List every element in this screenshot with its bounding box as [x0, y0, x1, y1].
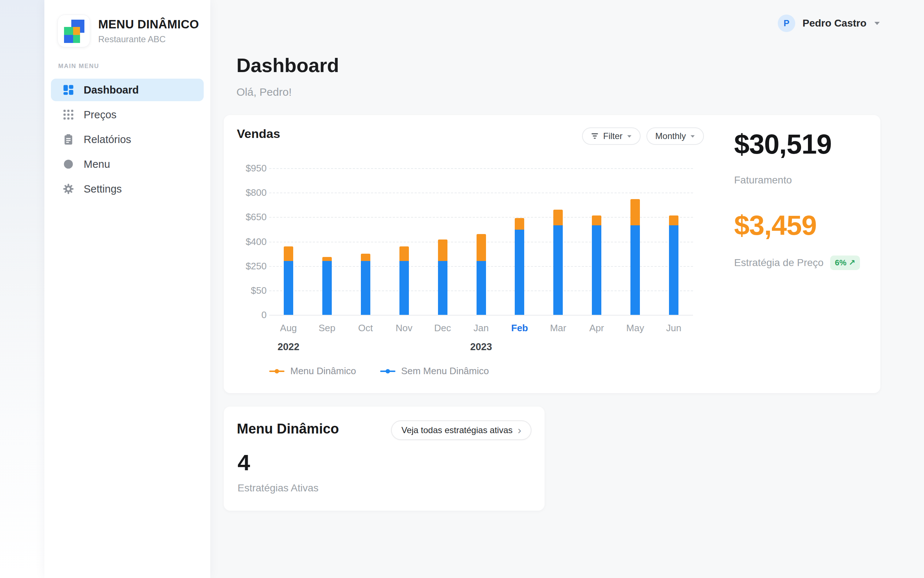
logo-block-orange	[73, 27, 80, 35]
legend-label: Sem Menu Dinâmico	[401, 365, 489, 377]
filter-button-label: Filter	[603, 131, 622, 141]
chart-plot-area	[269, 168, 693, 315]
y-tick-label: $50	[224, 285, 267, 296]
x-label-sep[interactable]: Sep	[308, 323, 346, 334]
page-background-gradient	[0, 0, 44, 578]
x-label-jun[interactable]: Jun	[654, 323, 693, 334]
bar-segment-sem-menu-dinamico	[669, 225, 678, 315]
growth-badge: 6% ↗	[830, 255, 860, 270]
legend-item-menu-dinamico: Menu Dinâmico	[269, 365, 356, 377]
faturamento-label: Faturamento	[734, 174, 872, 186]
bar-segment-menu-dinamico	[669, 216, 678, 225]
x-label-dec[interactable]: Dec	[424, 323, 462, 334]
chevron-right-icon: ›	[518, 425, 521, 436]
brand-subtitle: Restaurante ABC	[98, 34, 199, 44]
menu-card-title: Menu Dinâmico	[237, 421, 339, 437]
bar-segment-sem-menu-dinamico	[553, 225, 563, 315]
year-label-2022: 2022	[269, 341, 308, 353]
chart-legend: Menu DinâmicoSem Menu Dinâmico	[269, 365, 489, 377]
y-tick-label: $250	[224, 261, 267, 272]
stats-panel: $30,519 Faturamento $3,459 Estratégia de…	[734, 128, 872, 270]
bar-segment-menu-dinamico	[477, 234, 486, 261]
brand: MENU DINÂMICO Restaurante ABC	[57, 15, 199, 47]
x-label-jan[interactable]: Jan	[462, 323, 500, 334]
x-label-mar[interactable]: Mar	[539, 323, 577, 334]
gridline	[269, 193, 693, 193]
sidebar-item-label: Preços	[84, 109, 117, 121]
user-name: Pedro Castro	[803, 18, 867, 29]
x-label-aug[interactable]: Aug	[269, 323, 308, 334]
gridline	[269, 168, 693, 169]
faturamento-value: $30,519	[734, 128, 872, 160]
bar-segment-sem-menu-dinamico	[284, 261, 293, 315]
chart-baseline	[269, 315, 693, 316]
page-title: Dashboard	[236, 54, 339, 76]
circle-icon	[63, 158, 74, 170]
sidebar-item-settings[interactable]: Settings	[51, 178, 204, 200]
app-logo-icon	[57, 15, 90, 47]
x-label-may[interactable]: May	[616, 323, 654, 334]
greeting-text: Olá, Pedro!	[236, 86, 339, 98]
sidebar-item-label: Dashboard	[84, 84, 139, 96]
logo-block-green-bottom	[73, 35, 80, 43]
dashboard-icon	[63, 84, 74, 96]
grid-dots-icon	[63, 109, 74, 120]
bar-segment-menu-dinamico	[438, 240, 447, 261]
sidebar-nav: DashboardPreçosRelatóriosMenuSettings	[51, 79, 204, 202]
sidebar-item-menu[interactable]: Menu	[51, 153, 204, 175]
bar-segment-menu-dinamico	[361, 254, 371, 261]
chevron-down-icon	[627, 135, 632, 138]
legend-marker-dot	[275, 369, 279, 373]
bar-segment-menu-dinamico	[553, 209, 563, 225]
legend-marker-icon	[269, 370, 285, 372]
sidebar-item-relatorios[interactable]: Relatórios	[51, 128, 204, 151]
main-header: Dashboard Olá, Pedro!	[236, 54, 339, 98]
sidebar-item-label: Settings	[84, 183, 122, 195]
bar-segment-menu-dinamico	[515, 218, 524, 230]
chart-controls: Filter Monthly	[582, 127, 704, 145]
y-tick-label: $400	[224, 236, 267, 247]
avatar: P	[778, 15, 795, 32]
see-all-strategies-label: Veja todas estratégias ativas	[401, 425, 513, 435]
x-label-feb[interactable]: Feb	[500, 323, 539, 334]
period-dropdown-value: Monthly	[655, 131, 686, 141]
bar-segment-sem-menu-dinamico	[477, 261, 486, 315]
y-tick-label: $650	[224, 211, 267, 223]
user-menu[interactable]: P Pedro Castro	[778, 15, 880, 32]
bar-segment-menu-dinamico	[322, 257, 332, 261]
active-strategies-label: Estratégias Ativas	[238, 482, 319, 494]
see-all-strategies-button[interactable]: Veja todas estratégias ativas ›	[391, 421, 531, 440]
legend-marker-icon	[380, 370, 395, 372]
menu-dinamico-card: Menu Dinâmico Veja todas estratégias ati…	[224, 407, 545, 511]
sidebar-item-label: Relatórios	[84, 133, 131, 146]
y-tick-label: 0	[224, 309, 267, 321]
x-label-apr[interactable]: Apr	[577, 323, 616, 334]
active-strategies-count: 4	[238, 450, 250, 475]
legend-label: Menu Dinâmico	[290, 365, 356, 377]
vendas-card-title: Vendas	[237, 127, 280, 141]
bar-segment-sem-menu-dinamico	[592, 225, 601, 315]
bar-segment-menu-dinamico	[400, 247, 409, 261]
bar-segment-menu-dinamico	[284, 247, 293, 261]
sidebar: MENU DINÂMICO Restaurante ABC MAIN MENU …	[44, 0, 210, 578]
logo-block-green-mid	[64, 27, 73, 35]
sidebar-section-label: MAIN MENU	[58, 63, 99, 70]
bar-segment-sem-menu-dinamico	[630, 225, 640, 315]
chevron-down-icon	[874, 21, 880, 26]
filter-button[interactable]: Filter	[582, 127, 641, 145]
sidebar-item-dashboard[interactable]: Dashboard	[51, 79, 204, 101]
x-label-nov[interactable]: Nov	[385, 323, 424, 334]
gear-icon	[63, 183, 74, 195]
bar-segment-sem-menu-dinamico	[361, 261, 371, 315]
filter-icon	[591, 133, 599, 140]
legend-item-sem-menu-dinamico: Sem Menu Dinâmico	[380, 365, 489, 377]
period-dropdown[interactable]: Monthly	[646, 127, 704, 145]
sidebar-item-precos[interactable]: Preços	[51, 103, 204, 126]
bar-segment-menu-dinamico	[592, 216, 601, 225]
bar-segment-sem-menu-dinamico	[322, 261, 332, 315]
brand-title: MENU DINÂMICO	[98, 18, 199, 31]
gridline	[269, 217, 693, 218]
x-label-oct[interactable]: Oct	[346, 323, 385, 334]
logo-block-blue-bottom	[64, 35, 73, 43]
vendas-card: Vendas Filter Monthly 0$50$250$400$650$8…	[224, 115, 880, 393]
